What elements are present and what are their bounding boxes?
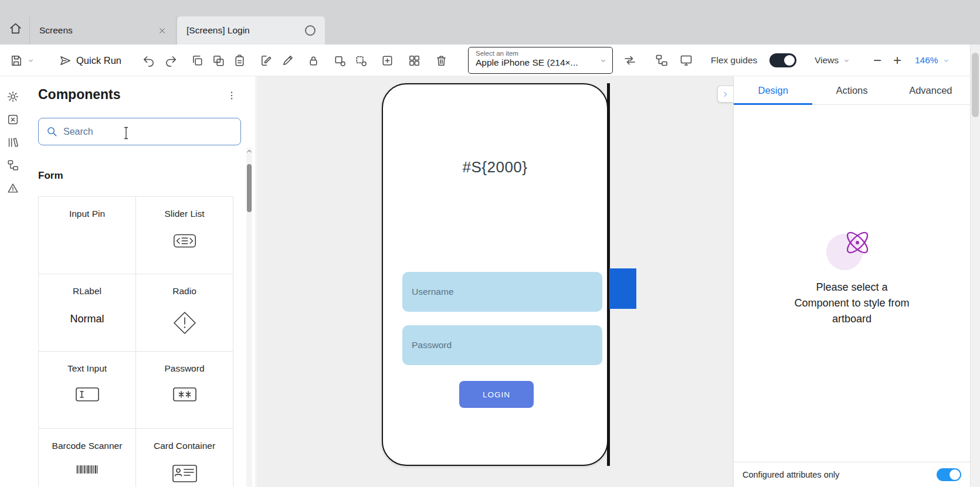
close-icon[interactable] xyxy=(158,26,167,35)
card-icon xyxy=(172,464,198,483)
configured-attributes-toggle[interactable] xyxy=(937,468,961,481)
add-frame-button[interactable] xyxy=(381,45,394,76)
component-card-container[interactable]: Card Container xyxy=(136,429,233,487)
chevron-down-icon xyxy=(27,57,35,64)
panel-footer: Configured attributes only xyxy=(734,462,970,487)
redo-button[interactable] xyxy=(164,45,178,76)
search-icon xyxy=(46,126,57,137)
save-button[interactable] xyxy=(9,45,35,76)
login-button-component[interactable]: LOGIN xyxy=(459,381,534,408)
tab-design[interactable]: Design xyxy=(734,76,812,104)
edit-style-button[interactable] xyxy=(259,45,273,76)
phone-artboard[interactable]: #S{2000} Username Password LOGIN xyxy=(382,83,608,466)
zoom-in-button[interactable]: + xyxy=(893,45,901,76)
scrollbar-thumb[interactable] xyxy=(247,164,252,212)
scroll-up-icon[interactable] xyxy=(247,149,252,154)
main-toolbar: Quick Run xyxy=(0,45,970,76)
quick-run-label: Quick Run xyxy=(76,55,121,66)
library-icon[interactable] xyxy=(6,136,19,149)
properties-tabs: Design Actions Advanced xyxy=(734,76,970,105)
window-scrollbar[interactable] xyxy=(970,45,980,487)
password-field-component[interactable]: Password xyxy=(402,325,602,365)
quick-run-button[interactable]: Quick Run xyxy=(59,45,121,76)
slider-list-icon xyxy=(171,232,198,250)
edit-document-icon xyxy=(259,54,273,67)
component-barcode-scanner[interactable]: Barcode Scanner xyxy=(39,429,136,487)
layout-grid-button[interactable] xyxy=(408,45,421,76)
app-window: Screens [Screens] Login Quick Run xyxy=(0,0,980,487)
chevron-down-icon xyxy=(599,57,607,64)
box-x-icon[interactable] xyxy=(6,113,19,126)
zoom-level-dropdown[interactable]: 146% xyxy=(915,45,950,76)
component-search-box[interactable] xyxy=(38,118,241,145)
duplicate-button[interactable] xyxy=(212,45,225,76)
group-button[interactable] xyxy=(333,45,347,76)
trash-icon xyxy=(435,54,448,67)
expand-panel-button[interactable] xyxy=(717,86,733,103)
chevron-right-icon xyxy=(721,90,730,98)
paste-button[interactable] xyxy=(233,45,246,76)
toggle-knob xyxy=(950,469,960,480)
minus-icon: − xyxy=(873,52,881,69)
lock-button[interactable] xyxy=(307,45,320,76)
zoom-out-button[interactable]: − xyxy=(873,45,881,76)
flex-guides-toggle[interactable] xyxy=(769,45,796,76)
component-radio[interactable]: Radio xyxy=(136,274,233,352)
tree-view-icon xyxy=(655,53,669,67)
search-input[interactable] xyxy=(63,127,233,137)
selected-blue-rectangle[interactable] xyxy=(609,268,636,309)
device-select[interactable]: Select an item Apple iPhone SE (214×... xyxy=(468,47,613,74)
empty-state-message: Please select a Component to style from … xyxy=(794,280,909,327)
ibeam-cursor xyxy=(123,127,129,142)
component-rlabel[interactable]: RLabel Normal xyxy=(39,274,136,352)
screen-title-component[interactable]: #S{2000} xyxy=(383,158,607,176)
save-icon xyxy=(9,54,23,67)
left-icon-rail xyxy=(0,76,26,487)
component-password[interactable]: Password xyxy=(136,352,233,429)
views-dropdown[interactable]: Views xyxy=(815,45,850,76)
kebab-menu-icon[interactable] xyxy=(226,90,237,101)
tab-screens-login[interactable]: [Screens] Login xyxy=(177,16,325,45)
atom-icon xyxy=(840,226,874,260)
delete-button[interactable] xyxy=(435,45,448,76)
toggle-track[interactable] xyxy=(769,53,796,67)
zoom-level-value: 146% xyxy=(915,55,938,66)
pen-button[interactable] xyxy=(281,45,294,76)
layout-grid-icon xyxy=(408,54,421,67)
device-select-label: Select an item xyxy=(476,50,592,57)
empty-state-illustration xyxy=(826,226,878,270)
chevron-down-icon xyxy=(942,57,950,64)
radio-diamond-icon xyxy=(171,309,198,336)
components-grid: Input Pin Slider List RLabel Normal Radi… xyxy=(38,196,233,487)
component-input-pin[interactable]: Input Pin xyxy=(39,197,136,274)
undo-button[interactable] xyxy=(142,45,155,76)
settings-icon[interactable] xyxy=(6,90,19,103)
components-scrollbar[interactable] xyxy=(246,148,252,487)
ungroup-button[interactable] xyxy=(354,45,368,76)
swap-button[interactable] xyxy=(623,45,637,76)
device-preview-button[interactable] xyxy=(679,45,693,76)
component-text-input[interactable]: Text Input xyxy=(39,352,136,429)
tab-advanced[interactable]: Advanced xyxy=(891,76,970,104)
tab-actions[interactable]: Actions xyxy=(812,76,891,104)
tree-view-button[interactable] xyxy=(655,45,669,76)
duplicate-icon xyxy=(212,54,225,67)
home-icon[interactable] xyxy=(8,21,23,36)
hierarchy-icon[interactable] xyxy=(6,159,19,172)
tab-screens[interactable]: Screens xyxy=(29,16,177,45)
swap-icon xyxy=(623,53,637,67)
paste-icon xyxy=(233,54,246,67)
undo-icon xyxy=(142,54,155,67)
lock-icon xyxy=(307,54,320,67)
username-field-component[interactable]: Username xyxy=(402,272,602,312)
window-scrollbar-thumb[interactable] xyxy=(972,53,979,117)
design-canvas[interactable]: #S{2000} Username Password LOGIN xyxy=(257,76,733,487)
ungroup-icon xyxy=(354,54,368,67)
warning-icon[interactable] xyxy=(6,182,19,195)
configured-attributes-label: Configured attributes only xyxy=(742,470,839,479)
rlabel-preview-text: Normal xyxy=(70,313,104,325)
redo-icon xyxy=(164,54,178,67)
copy-button[interactable] xyxy=(191,45,204,76)
component-slider-list[interactable]: Slider List xyxy=(136,197,233,274)
pen-icon xyxy=(281,54,294,67)
